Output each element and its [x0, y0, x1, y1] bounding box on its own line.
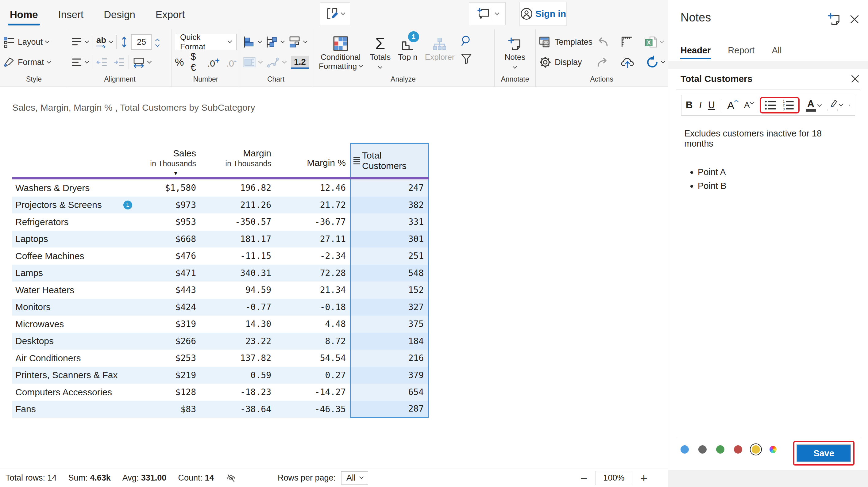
decimal-places-button[interactable]: 1.2 [291, 56, 309, 69]
bullet-list-button[interactable] [765, 100, 777, 110]
table-row[interactable]: Laptops$668181.1727.11301 [12, 231, 429, 248]
highlight-color-button[interactable] [827, 99, 842, 111]
table-row[interactable]: Fans$83-38.64-46.35287 [12, 401, 429, 418]
vertical-align-button[interactable] [71, 36, 88, 47]
add-note-icon[interactable] [827, 12, 841, 26]
font-color-button[interactable]: A [806, 99, 821, 111]
table-row[interactable]: Computers Accessories$128-18.23-14.27654 [12, 384, 429, 401]
stepper-up-icon[interactable] [155, 38, 159, 43]
note-toolbar: B I U A A 1 2 3 [681, 95, 855, 116]
waterfall-chart-button[interactable] [266, 36, 284, 48]
wrap-text-button[interactable]: ab [96, 36, 113, 48]
table-row[interactable]: Refrigerators$953-350.57-36.77331 [12, 214, 429, 231]
horizontal-align-button[interactable] [71, 57, 88, 68]
color-dot-red[interactable] [734, 445, 742, 454]
add-comment-button[interactable] [469, 2, 506, 25]
color-dot-gray[interactable] [698, 445, 707, 454]
zoom-out-button[interactable]: − [580, 472, 587, 484]
font-shrink-button[interactable]: A [744, 100, 753, 110]
templates-button[interactable]: Templates [539, 36, 592, 48]
export-excel-button[interactable]: X [644, 35, 663, 49]
table-row[interactable]: Coffee Machines$476-11.15-2.34251 [12, 248, 429, 265]
tab-design[interactable]: Design [103, 9, 136, 21]
cloud-upload-icon[interactable] [620, 56, 634, 69]
row-height-control[interactable]: 25 [120, 34, 159, 50]
table-row[interactable]: Microwaves$31914.304.48375 [12, 316, 429, 333]
table-row[interactable]: Desktops$26623.228.72184 [12, 333, 429, 350]
italic-button[interactable]: I [699, 100, 702, 111]
column-header-margin-pct[interactable]: Margin % [276, 143, 350, 177]
sign-in-button[interactable]: Sign in [520, 2, 567, 26]
sort-desc-icon: ▼ [173, 170, 178, 176]
bold-button[interactable]: B [686, 100, 692, 111]
percent-format-button[interactable]: % [175, 57, 184, 68]
table-row[interactable]: Printers, Scanners & Fax$2190.590.27379 [12, 367, 429, 384]
rainbow-color-icon[interactable] [770, 446, 777, 453]
decimal-decrease-button[interactable]: .0- [226, 56, 237, 69]
bar-chart-button[interactable] [243, 36, 261, 48]
explorer-button[interactable]: Explorer [421, 34, 458, 62]
color-dot-yellow-selected[interactable] [752, 445, 760, 454]
table-row[interactable]: Washers & Dryers$1,580196.8212.46247 [12, 180, 429, 197]
indent-increase-button[interactable] [113, 57, 125, 68]
notes-tab-all[interactable]: All [772, 45, 781, 59]
tab-insert[interactable]: Insert [58, 9, 84, 21]
refresh-button[interactable] [646, 56, 664, 69]
redo-icon[interactable] [596, 56, 609, 68]
tab-home[interactable]: Home [9, 9, 39, 21]
notes-button[interactable]: Notes [501, 34, 529, 74]
undo-icon[interactable] [596, 36, 609, 48]
eye-off-icon[interactable] [226, 473, 236, 483]
close-panel-icon[interactable] [849, 13, 860, 25]
top-n-button[interactable]: 1 Top n [394, 34, 421, 62]
line-chart-button[interactable] [267, 57, 286, 68]
notes-tab-header[interactable]: Header [681, 45, 711, 59]
edit-visual-button[interactable] [320, 2, 350, 25]
table-row[interactable]: Lamps$471340.3172.28548 [12, 265, 429, 282]
table-row[interactable]: Projectors & Screens1$973211.2621.72382 [12, 197, 429, 214]
column-width-button[interactable] [132, 56, 151, 68]
layout-button[interactable]: Layout [3, 36, 49, 48]
font-grow-button[interactable]: A [727, 99, 738, 111]
search-icon[interactable] [460, 35, 472, 47]
column-header-sales[interactable]: Sales in Thousands ▼ [133, 143, 200, 177]
row-height-input[interactable]: 25 [131, 34, 152, 50]
zoom-level-input[interactable]: 100% [595, 471, 632, 485]
column-header-total-customers[interactable]: Total Customers [350, 143, 429, 177]
table-row[interactable]: Air Conditioners$253137.8254.54216 [12, 350, 429, 367]
color-dot-blue[interactable] [681, 445, 689, 454]
column-header-margin[interactable]: Margin in Thousands [200, 143, 276, 177]
section-divider [668, 61, 868, 69]
column-header-category[interactable] [12, 143, 133, 177]
numbered-list-button[interactable]: 1 2 3 [782, 100, 795, 110]
totals-button[interactable]: Σ Totals [366, 34, 394, 68]
currency-format-button[interactable]: $€ [190, 51, 201, 73]
tab-export[interactable]: Export [155, 9, 185, 21]
zoom-in-button[interactable]: + [640, 472, 647, 484]
stepper-down-icon[interactable] [155, 42, 159, 46]
comment-badge[interactable]: 1 [123, 201, 132, 209]
underline-button[interactable]: U [708, 100, 715, 111]
save-button[interactable]: Save [797, 444, 851, 462]
quick-format-dropdown[interactable]: Quick Format [175, 34, 237, 50]
display-button[interactable]: Display [539, 56, 582, 69]
table-row[interactable]: Monitors$424-0.77-0.18327 [12, 299, 429, 316]
color-dot-green[interactable] [716, 445, 724, 454]
rows-per-page-dropdown[interactable]: All [341, 472, 368, 485]
note-editor[interactable]: Excludes customers inactive for 18 month… [676, 121, 860, 203]
row-height-stepper[interactable] [156, 38, 159, 46]
table-row[interactable]: Water Heaters$44394.5921.34152 [12, 282, 429, 299]
note-bullet-item: Point A [698, 167, 852, 177]
table-style-button[interactable] [243, 57, 262, 67]
filter-icon[interactable] [460, 53, 472, 65]
indent-decrease-button[interactable] [96, 57, 108, 68]
small-multiples-button[interactable] [288, 36, 307, 48]
notes-tab-report[interactable]: Report [728, 45, 754, 59]
link-button[interactable] [849, 100, 850, 111]
table-body: Washers & Dryers$1,580196.8212.46247 Pro… [12, 180, 429, 418]
decimal-increase-button[interactable]: .0+ [208, 56, 220, 69]
conditional-formatting-button[interactable]: Conditional Formatting [315, 34, 366, 71]
format-button[interactable]: Format [3, 57, 50, 68]
close-note-icon[interactable] [850, 74, 860, 84]
ruler-icon[interactable] [620, 36, 633, 48]
